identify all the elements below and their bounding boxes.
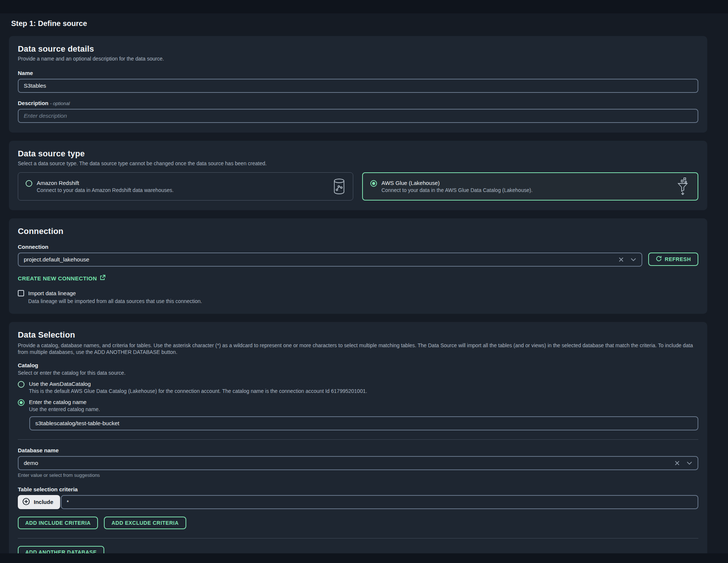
refresh-button[interactable]: REFRESH <box>648 253 698 266</box>
database-name-select[interactable]: demo <box>18 456 698 470</box>
section-title: Data Selection <box>18 330 698 340</box>
option-aws-glue-lakehouse[interactable]: AWS Glue (Lakehouse) Connect to your dat… <box>362 172 698 201</box>
add-include-criteria-button[interactable]: ADD INCLUDE CRITERIA <box>18 517 98 529</box>
radio-use-awsdatacatalog[interactable]: Use the AwsDataCatalog This is the defau… <box>18 381 698 394</box>
radio-unselected-icon[interactable] <box>18 381 24 388</box>
catalog-label: Catalog <box>18 362 698 368</box>
criteria-mode-button[interactable]: Include <box>18 495 60 509</box>
option-amazon-redshift[interactable]: Amazon Redshift Connect to your data in … <box>18 172 353 201</box>
divider <box>18 538 698 538</box>
data-selection-card: Data Selection Provide a catalog, databa… <box>9 322 707 563</box>
option-label: AWS Glue (Lakehouse) <box>381 180 532 186</box>
radio-enter-catalog-name[interactable]: Enter the catalog name Use the entered c… <box>18 399 698 412</box>
criteria-pattern-input[interactable] <box>61 495 698 509</box>
chevron-down-icon[interactable] <box>630 258 636 261</box>
source-type-options: Amazon Redshift Connect to your data in … <box>18 172 698 201</box>
connection-select[interactable]: project.default_lakehouse <box>18 253 642 267</box>
add-exclude-criteria-button[interactable]: ADD EXCLUDE CRITERIA <box>104 517 186 529</box>
radio-selected-icon[interactable] <box>18 399 24 406</box>
database-helper-text: Enter value or select from suggestions <box>18 472 698 478</box>
catalog-subtitle: Select or enter the catalog for this dat… <box>18 370 698 376</box>
data-source-details-card: Data source details Provide a name and a… <box>9 36 707 133</box>
chevron-down-icon[interactable] <box>686 461 692 465</box>
bottom-bar <box>0 553 728 563</box>
connection-select-value: project.default_lakehouse <box>24 256 619 263</box>
checkbox-icon[interactable] <box>18 290 24 296</box>
clear-icon[interactable] <box>675 461 680 466</box>
option-description: Connect to your data in the AWS Glue Dat… <box>381 187 532 193</box>
description-label: Description - optional <box>18 100 698 106</box>
database-icon <box>333 178 345 195</box>
database-name-label: Database name <box>18 447 698 453</box>
section-subtitle: Provide a name and an optional descripti… <box>18 56 698 62</box>
section-title: Connection <box>18 227 698 236</box>
table-selection-criteria-label: Table selection criteria <box>18 486 698 492</box>
wizard-content: Data source details Provide a name and a… <box>9 36 707 563</box>
plus-circle-icon <box>22 498 30 507</box>
option-description: Connect to your data in Amazon Redshift … <box>37 187 174 193</box>
data-source-type-card: Data source type Select a data source ty… <box>9 141 707 211</box>
radio-unselected-icon[interactable] <box>26 180 32 187</box>
radio-selected-icon[interactable] <box>370 180 377 187</box>
connection-label: Connection <box>18 244 698 250</box>
optional-tag: - optional <box>50 101 70 106</box>
clear-icon[interactable] <box>619 257 624 262</box>
refresh-icon <box>656 256 662 263</box>
lineage-description: Data lineage will be imported from all d… <box>28 298 698 304</box>
section-subtitle: Select a data source type. The data sour… <box>18 160 698 167</box>
divider <box>18 439 698 440</box>
option-label: Amazon Redshift <box>37 180 174 186</box>
section-title: Data source type <box>18 149 698 159</box>
section-title: Data source details <box>18 44 698 54</box>
page-title: Step 1: Define source <box>11 19 728 28</box>
create-new-connection-link[interactable]: CREATE NEW CONNECTION <box>18 275 105 282</box>
external-link-icon <box>100 275 105 282</box>
catalog-name-input[interactable] <box>29 416 698 430</box>
name-input[interactable] <box>18 79 698 93</box>
description-input[interactable] <box>18 109 698 123</box>
connection-card: Connection Connection project.default_la… <box>9 218 707 314</box>
top-bar <box>0 0 728 13</box>
funnel-icon <box>675 177 690 196</box>
database-name-value: demo <box>24 460 675 466</box>
section-subtitle: Provide a catalog, database names, and c… <box>18 342 698 355</box>
import-data-lineage-checkbox[interactable]: Import data lineage <box>18 290 698 296</box>
name-label: Name <box>18 70 698 76</box>
